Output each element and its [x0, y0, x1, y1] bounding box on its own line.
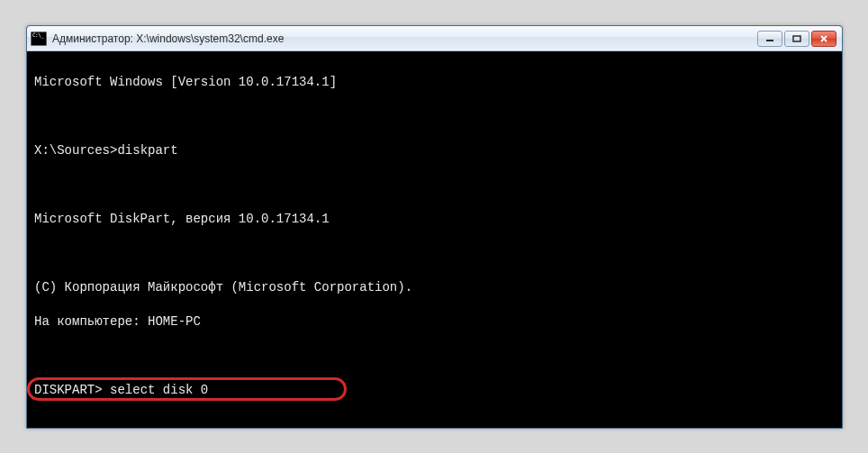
- diskpart-cmd: select disk 0: [110, 383, 208, 397]
- prompt-path: X:\Sources>: [34, 143, 117, 158]
- diskpart-copyright: (C) Корпорация Майкрософт (Microsoft Cor…: [34, 279, 835, 296]
- diskpart-prompt: DISKPART>: [34, 383, 103, 397]
- terminal-output[interactable]: Microsoft Windows [Version 10.0.17134.1]…: [27, 51, 842, 428]
- blank-line: [34, 348, 835, 365]
- cmd-window: Администратор: X:\windows\system32\cmd.e…: [26, 25, 843, 429]
- titlebar[interactable]: Администратор: X:\windows\system32\cmd.e…: [27, 26, 842, 51]
- diskpart-computer: На компьютере: HOME-PC: [34, 313, 835, 331]
- close-icon: [819, 35, 828, 42]
- window-title: Администратор: X:\windows\system32\cmd.e…: [52, 32, 757, 45]
- blank-line: [34, 416, 835, 428]
- prompt-cmd: diskpart: [117, 143, 177, 158]
- cmd-icon: [31, 32, 47, 46]
- banner-line: Microsoft Windows [Version 10.0.17134.1]: [34, 74, 835, 91]
- minimize-button[interactable]: [757, 31, 782, 47]
- blank-line: [34, 108, 835, 125]
- close-button[interactable]: [811, 31, 836, 47]
- minimize-icon: [765, 35, 774, 42]
- maximize-button[interactable]: [784, 31, 809, 47]
- diskpart-prompt-line: DISKPART> select disk 0: [34, 382, 835, 399]
- window-controls: [757, 31, 836, 47]
- blank-line: [34, 245, 835, 262]
- svg-rect-1: [793, 36, 800, 41]
- desktop: Администратор: X:\windows\system32\cmd.e…: [0, 0, 868, 453]
- maximize-icon: [792, 35, 801, 42]
- diskpart-banner: Microsoft DiskPart, версия 10.0.17134.1: [34, 211, 835, 228]
- prompt-line: X:\Sources>diskpart: [34, 142, 835, 159]
- svg-rect-0: [766, 40, 773, 41]
- blank-line: [34, 177, 835, 194]
